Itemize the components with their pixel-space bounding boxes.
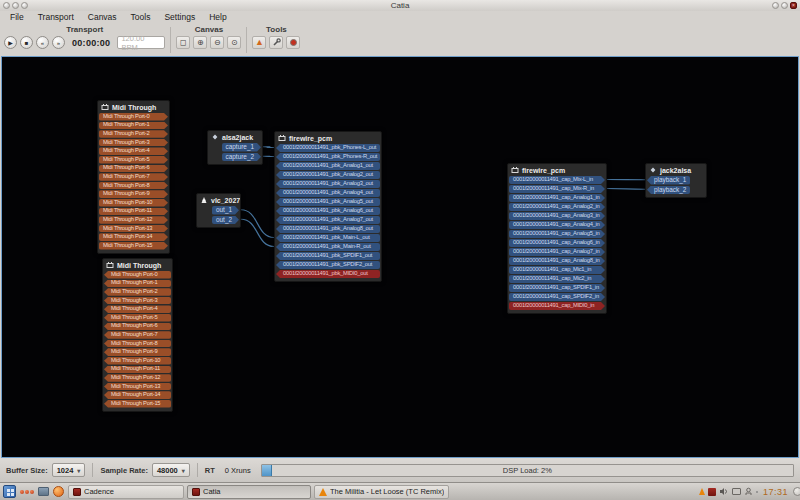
launcher-dots-icon[interactable] [20, 490, 34, 494]
port-midi-through-port-11[interactable]: Midi Through Port-11 [99, 208, 168, 216]
logs-button[interactable]: ▲ [252, 36, 266, 49]
port-midi-through-port-5[interactable]: Midi Through Port-5 [104, 314, 171, 322]
backwards-button[interactable]: « [36, 36, 49, 49]
stop-button[interactable]: ■ [20, 36, 33, 49]
group-jack2alsa[interactable]: jack2alsaplayback_1playback_2 [645, 163, 707, 198]
zoom-fit-button[interactable]: ◻ [176, 36, 190, 49]
menu-item-transport[interactable]: Transport [31, 11, 81, 24]
task-button-cadence[interactable]: Cadence [68, 485, 184, 499]
port-midi-through-port-14[interactable]: Midi Through Port-14 [99, 233, 168, 241]
port-0001f20000011491-cap-mix-r-in[interactable]: 0001f20000011491_cap_Mix-R_in [509, 185, 605, 193]
connection-cable[interactable] [607, 189, 645, 190]
port-midi-through-port-10[interactable]: Midi Through Port-10 [99, 199, 168, 207]
port-midi-through-port-2[interactable]: Midi Through Port-2 [99, 130, 168, 138]
connection-cable[interactable] [263, 147, 274, 148]
port-0001f20000011491-pbk-analog7-out[interactable]: 0001f20000011491_pbk_Analog7_out [276, 216, 380, 224]
record-button[interactable] [286, 36, 300, 49]
port-0001f20000011491-cap-spdif2-in[interactable]: 0001f20000011491_cap_SPDIF2_in [509, 293, 605, 301]
port-0001f20000011491-cap-analog2-in[interactable]: 0001f20000011491_cap_Analog2_in [509, 203, 605, 211]
menu-item-canvas[interactable]: Canvas [81, 11, 124, 24]
port-midi-through-port-15[interactable]: Midi Through Port-15 [104, 400, 171, 408]
port-midi-through-port-13[interactable]: Midi Through Port-13 [104, 383, 171, 391]
port-0001f20000011491-cap-analog8-in[interactable]: 0001f20000011491_cap_Analog8_in [509, 257, 605, 265]
port-midi-through-port-12[interactable]: Midi Through Port-12 [104, 374, 171, 382]
port-0001f20000011491-pbk-midi0-out[interactable]: 0001f20000011491_pbk_MIDI0_out [276, 270, 380, 278]
clock[interactable]: 17:31 [763, 487, 788, 497]
task-button-catia[interactable]: Catia [187, 485, 311, 499]
port-midi-through-port-4[interactable]: Midi Through Port-4 [104, 305, 171, 313]
port-midi-through-port-9[interactable]: Midi Through Port-9 [104, 348, 171, 356]
play-button[interactable]: ▶ [4, 36, 17, 49]
zoom-reset-button[interactable]: ⊙ [227, 36, 241, 49]
bpm-input[interactable]: 120.00 BPM [117, 36, 165, 49]
port-playback-2[interactable]: playback_2 [647, 186, 690, 195]
buffer-size-select[interactable]: 1024 ▾ [52, 463, 86, 477]
session-icon[interactable] [744, 487, 753, 496]
port-0001f20000011491-pbk-analog2-out[interactable]: 0001f20000011491_pbk_Analog2_out [276, 171, 380, 179]
menu-item-file[interactable]: File [3, 11, 31, 24]
port-0001f20000011491-pbk-analog5-out[interactable]: 0001f20000011491_pbk_Analog5_out [276, 198, 380, 206]
port-midi-through-port-8[interactable]: Midi Through Port-8 [99, 182, 168, 190]
port-midi-through-port-7[interactable]: Midi Through Port-7 [99, 173, 168, 181]
vlc-tray-icon[interactable] [699, 488, 705, 495]
port-midi-through-port-1[interactable]: Midi Through Port-1 [99, 122, 168, 130]
task-button-vlc[interactable]: The Militia - Let Loose (TC Remix) - [314, 485, 449, 499]
port-0001f20000011491-pbk-analog1-out[interactable]: 0001f20000011491_pbk_Analog1_out [276, 162, 380, 170]
port-0001f20000011491-cap-mix-l-in[interactable]: 0001f20000011491_cap_Mix-L_in [509, 176, 605, 184]
port-0001f20000011491-pbk-analog3-out[interactable]: 0001f20000011491_pbk_Analog3_out [276, 180, 380, 188]
port-midi-through-port-3[interactable]: Midi Through Port-3 [99, 139, 168, 147]
menu-item-settings[interactable]: Settings [157, 11, 202, 24]
port-0001f20000011491-cap-mic2-in[interactable]: 0001f20000011491_cap_Mic2_in [509, 275, 605, 283]
port-out-2[interactable]: out_2 [212, 216, 239, 225]
port-midi-through-port-11[interactable]: Midi Through Port-11 [104, 366, 171, 374]
port-0001f20000011491-cap-analog3-in[interactable]: 0001f20000011491_cap_Analog3_in [509, 212, 605, 220]
forwards-button[interactable]: » [52, 36, 65, 49]
port-out-1[interactable]: out_1 [212, 206, 239, 215]
port-0001f20000011491-cap-spdif1-in[interactable]: 0001f20000011491_cap_SPDIF1_in [509, 284, 605, 292]
cadence-tray-icon[interactable] [708, 488, 716, 496]
port-midi-through-port-1[interactable]: Midi Through Port-1 [104, 280, 171, 288]
sample-rate-select[interactable]: 48000 ▾ [152, 463, 190, 477]
display-settings-icon[interactable] [732, 488, 741, 495]
port-capture-1[interactable]: capture_1 [222, 143, 261, 152]
port-0001f20000011491-cap-analog7-in[interactable]: 0001f20000011491_cap_Analog7_in [509, 248, 605, 256]
port-midi-through-port-0[interactable]: Midi Through Port-0 [99, 113, 168, 121]
zoom-out-button[interactable]: ⊖ [210, 36, 224, 49]
group-vlc[interactable]: vlc_2027out_1out_2 [196, 193, 241, 228]
port-0001f20000011491-pbk-phones-r-out[interactable]: 0001f20000011491_pbk_Phones-R_out [276, 153, 380, 161]
port-midi-through-port-2[interactable]: Midi Through Port-2 [104, 288, 171, 296]
port-0001f20000011491-pbk-phones-l-out[interactable]: 0001f20000011491_pbk_Phones-L_out [276, 144, 380, 152]
port-0001f20000011491-pbk-analog8-out[interactable]: 0001f20000011491_pbk_Analog8_out [276, 225, 380, 233]
start-menu-button[interactable] [3, 485, 16, 498]
port-0001f20000011491-pbk-main-l-out[interactable]: 0001f20000011491_pbk_Main-L_out [276, 234, 380, 242]
port-midi-through-port-6[interactable]: Midi Through Port-6 [104, 323, 171, 331]
port-midi-through-port-13[interactable]: Midi Through Port-13 [99, 225, 168, 233]
menu-item-help[interactable]: Help [202, 11, 233, 24]
port-midi-through-port-4[interactable]: Midi Through Port-4 [99, 147, 168, 155]
port-midi-through-port-3[interactable]: Midi Through Port-3 [104, 297, 171, 305]
volume-icon[interactable] [719, 487, 729, 496]
port-0001f20000011491-pbk-spdif1-out[interactable]: 0001f20000011491_pbk_SPDIF1_out [276, 252, 380, 260]
port-midi-through-port-10[interactable]: Midi Through Port-10 [104, 357, 171, 365]
port-midi-through-port-9[interactable]: Midi Through Port-9 [99, 190, 168, 198]
port-midi-through-port-0[interactable]: Midi Through Port-0 [104, 271, 171, 279]
patchbay-canvas[interactable]: Midi ThroughMidi Through Port-0Midi Thro… [1, 56, 799, 458]
group-alsa2jack[interactable]: alsa2jackcapture_1capture_2 [207, 130, 263, 165]
port-0001f20000011491-pbk-spdif2-out[interactable]: 0001f20000011491_pbk_SPDIF2_out [276, 261, 380, 269]
group-firewire-cap[interactable]: firewire_pcm0001f20000011491_cap_Mix-L_i… [507, 163, 607, 314]
port-0001f20000011491-pbk-analog6-out[interactable]: 0001f20000011491_pbk_Analog6_out [276, 207, 380, 215]
port-capture-2[interactable]: capture_2 [222, 153, 261, 162]
menu-item-tools[interactable]: Tools [124, 11, 158, 24]
port-midi-through-port-15[interactable]: Midi Through Port-15 [99, 242, 168, 250]
port-midi-through-port-8[interactable]: Midi Through Port-8 [104, 340, 171, 348]
port-0001f20000011491-pbk-main-r-out[interactable]: 0001f20000011491_pbk_Main-R_out [276, 243, 380, 251]
port-midi-through-port-12[interactable]: Midi Through Port-12 [99, 216, 168, 224]
group-midi-through-out[interactable]: Midi ThroughMidi Through Port-0Midi Thro… [97, 100, 170, 254]
port-midi-through-port-5[interactable]: Midi Through Port-5 [99, 156, 168, 164]
port-0001f20000011491-cap-analog5-in[interactable]: 0001f20000011491_cap_Analog5_in [509, 230, 605, 238]
group-midi-through-in[interactable]: Midi ThroughMidi Through Port-0Midi Thro… [102, 258, 173, 412]
port-0001f20000011491-cap-analog1-in[interactable]: 0001f20000011491_cap_Analog1_in [509, 194, 605, 202]
group-firewire-pbk[interactable]: firewire_pcm0001f20000011491_pbk_Phones-… [274, 131, 382, 282]
port-0001f20000011491-cap-analog6-in[interactable]: 0001f20000011491_cap_Analog6_in [509, 239, 605, 247]
port-midi-through-port-7[interactable]: Midi Through Port-7 [104, 331, 171, 339]
